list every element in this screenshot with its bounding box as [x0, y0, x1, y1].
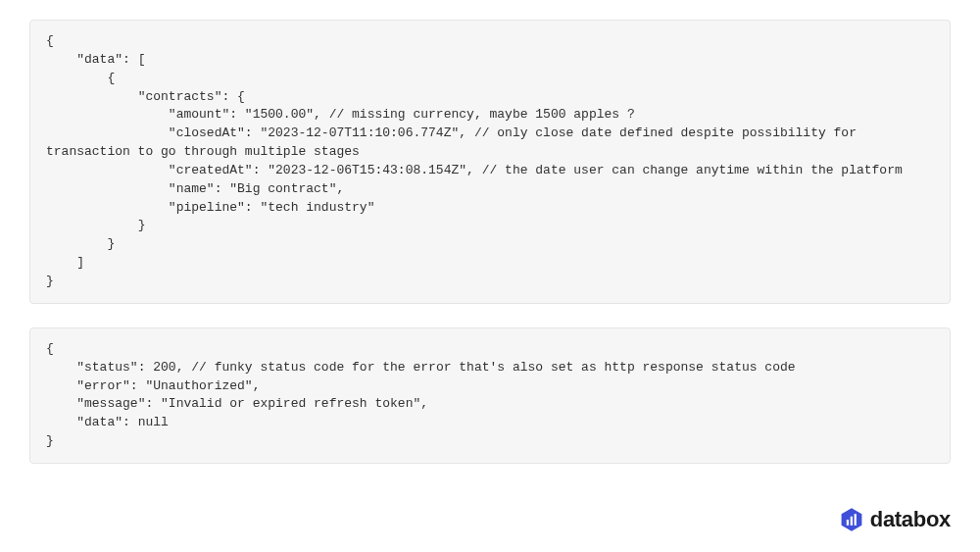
code-block-2: { "status": 200, // funky status code fo…: [29, 327, 951, 464]
svg-rect-2: [850, 517, 852, 526]
databox-icon: [839, 507, 864, 532]
brand-logo: databox: [839, 507, 951, 532]
svg-rect-1: [847, 520, 849, 526]
brand-name: databox: [870, 507, 951, 532]
svg-rect-3: [854, 514, 856, 526]
code-block-1: { "data": [ { "contracts": { "amount": "…: [29, 20, 951, 304]
page-container: { "data": [ { "contracts": { "amount": "…: [0, 0, 980, 552]
